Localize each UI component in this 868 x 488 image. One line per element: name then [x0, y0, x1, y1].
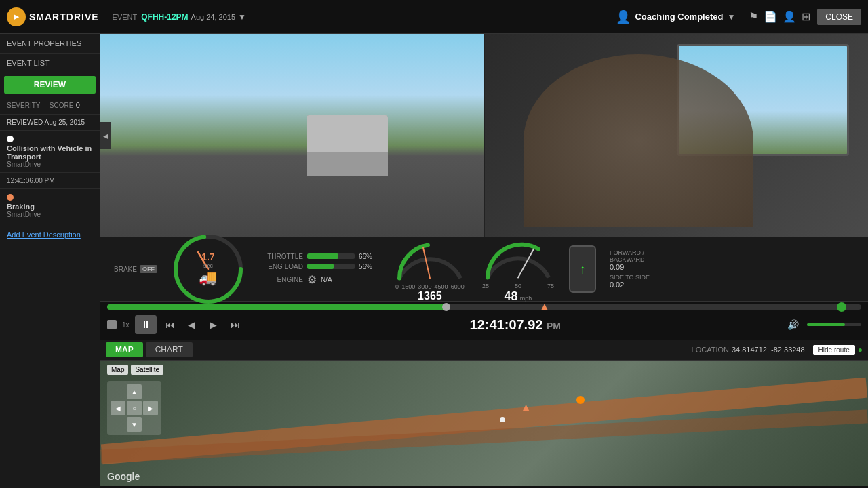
tab-chart[interactable]: CHART: [146, 342, 193, 357]
video-area: ◀: [100, 34, 868, 237]
engine-label: ENGINE: [259, 276, 303, 283]
video-left-road: [100, 34, 484, 237]
map-type-map[interactable]: Map: [107, 365, 128, 375]
document-icon[interactable]: 📄: [764, 10, 777, 23]
skip-to-end-button[interactable]: ⏭: [227, 317, 243, 333]
record-button[interactable]: [107, 320, 117, 329]
progress-fill: [107, 304, 446, 310]
sidebar-item-event-properties[interactable]: EVENT PROPERTIES: [0, 34, 100, 54]
skip-to-start-button[interactable]: ⏮: [162, 317, 178, 333]
throttle-track: [307, 253, 355, 259]
person-icon[interactable]: 👤: [783, 10, 796, 23]
topbar: ▶ SMARTDRIVE EVENT QFHH-12PM Aug 24, 201…: [0, 0, 868, 34]
event-name: Collision with Vehicle in Transport: [7, 144, 93, 161]
controls-row: 1x ⏸ ⏮ ◀ ▶ ⏭ 12:41:07.92 PM 🔊: [107, 312, 861, 337]
engine-status: N/A: [321, 276, 341, 283]
throttle-pct: 66%: [359, 253, 379, 260]
engload-label: ENG LOAD: [259, 263, 303, 270]
volume-fill: [807, 323, 845, 326]
volume-bar[interactable]: [807, 323, 861, 326]
tab-map[interactable]: MAP: [106, 342, 143, 357]
nav-down-button[interactable]: ▼: [127, 417, 142, 432]
sidebar-reviewed: REVIEWED Aug 25, 2015: [0, 115, 100, 131]
video-right-cabin: [484, 34, 868, 237]
speed-low: 25: [482, 283, 489, 289]
pause-button[interactable]: ⏸: [135, 315, 157, 334]
engine-row: ENGINE ⚙ N/A: [259, 273, 379, 286]
sidebar-item-braking[interactable]: Braking SmartDrive: [0, 189, 100, 222]
speed-center: 1.7 sec 🚚: [199, 251, 217, 287]
progress-bar[interactable]: [107, 304, 861, 310]
coaching-dropdown-icon[interactable]: ▼: [727, 12, 735, 22]
throttle-section: THROTTLE 66% ENG LOAD 56% ENGINE ⚙: [259, 253, 379, 286]
map-type-satellite[interactable]: Satellite: [131, 365, 163, 375]
map-dot: [500, 417, 505, 422]
step-back-button[interactable]: ◀: [184, 317, 200, 333]
event-dropdown-icon[interactable]: ▼: [238, 12, 246, 22]
sidebar-item-review[interactable]: REVIEW: [4, 76, 96, 94]
rpm-0: 0: [395, 283, 399, 290]
truck-icon: 🚚: [199, 269, 217, 287]
speed-gauge: 25 50 75 48 mph Low ECU 100: [481, 228, 555, 310]
event-label: EVENT: [113, 13, 138, 21]
coaching-icon: 👤: [616, 9, 631, 24]
speed-scale: 25 50 75: [481, 283, 555, 289]
close-button[interactable]: CLOSE: [817, 9, 861, 25]
event-id[interactable]: QFHH-12PM: [141, 12, 188, 22]
throttle-label: THROTTLE: [259, 253, 303, 260]
playback-area: 1x ⏸ ⏮ ◀ ▶ ⏭ 12:41:07.92 PM 🔊: [100, 302, 868, 340]
gforce-values: FORWARD / BACKWARD 0.09 SIDE TO SIDE 0.0…: [610, 249, 650, 289]
time-pm: PM: [547, 321, 561, 331]
bottom-area: MAP CHART LOCATION 34.814712, -82.33248 …: [100, 340, 868, 488]
sidebar-item-event-list[interactable]: EVENT LIST: [0, 54, 100, 73]
add-event-description[interactable]: Add Event Description: [0, 225, 100, 244]
content-area: ◀ BRAKE OFF 1.7 sec: [100, 34, 868, 488]
time-value: 12:41:07.92: [470, 317, 543, 332]
gforce-fb-section: FORWARD / BACKWARD 0.09: [610, 249, 650, 271]
throttle-fill: [307, 253, 338, 259]
logo: ▶ SMARTDRIVE: [7, 7, 99, 26]
gforce-fb-label: FORWARD /: [610, 249, 650, 256]
reviewed-label: REVIEWED: [7, 119, 43, 126]
rpm-value: 1365: [418, 290, 442, 302]
event-icon-white: [7, 136, 14, 142]
event-source: SmartDrive: [7, 161, 93, 168]
progress-thumb[interactable]: [442, 303, 450, 311]
main-layout: EVENT PROPERTIES EVENT LIST REVIEW SEVER…: [0, 34, 868, 488]
nav-right-button[interactable]: ▶: [143, 401, 158, 415]
time-display: 12:41:07.92 PM: [470, 317, 561, 333]
braking-label: Braking: [7, 203, 93, 211]
speed-50: 50: [515, 283, 521, 289]
volume-icon[interactable]: 🔊: [787, 319, 799, 330]
speed-unit: mph: [520, 295, 532, 302]
score-label: SCORE: [50, 102, 74, 109]
rpm-4500: 4500: [435, 283, 448, 290]
map-nav-controls: ▲ ◀ ○ ▶ ▼: [107, 381, 161, 435]
location-label: LOCATION: [692, 346, 729, 354]
nav-left-button[interactable]: ◀: [111, 401, 125, 415]
speed-75: 75: [547, 283, 554, 289]
engload-pct: 56%: [359, 263, 379, 270]
coaching-text: Coaching Completed: [635, 12, 723, 22]
event-time: 12:41:06.00 PM: [0, 173, 100, 189]
throttle-row: THROTTLE 66%: [259, 253, 379, 260]
grid-icon[interactable]: ⊞: [802, 10, 810, 23]
gforce-section: ↑: [569, 245, 596, 293]
gforce-ss-section: SIDE TO SIDE 0.02: [610, 274, 650, 289]
playback-speed[interactable]: 1x: [122, 321, 130, 329]
google-logo: Google: [107, 471, 140, 482]
severity-label: SEVERITY: [7, 102, 40, 109]
rpm-gauge: 0 1500 3000 4500 6000 1365 rpm: [393, 229, 467, 309]
flag-icon[interactable]: ⚑: [749, 10, 758, 23]
collapse-button[interactable]: ◀: [100, 122, 111, 149]
svg-line-2: [423, 248, 430, 279]
speed-number: 48: [504, 289, 517, 303]
event-item-collision[interactable]: Collision with Vehicle in Transport Smar…: [0, 131, 100, 173]
nav-center-button[interactable]: ○: [127, 401, 142, 415]
truck-visual: [307, 115, 388, 176]
hide-route-button[interactable]: Hide route: [813, 345, 855, 355]
braking-dot-icon: [7, 194, 14, 201]
step-forward-button[interactable]: ▶: [205, 317, 222, 333]
nav-up-button[interactable]: ▲: [127, 384, 142, 399]
map-type-buttons: Map Satellite: [107, 365, 163, 375]
